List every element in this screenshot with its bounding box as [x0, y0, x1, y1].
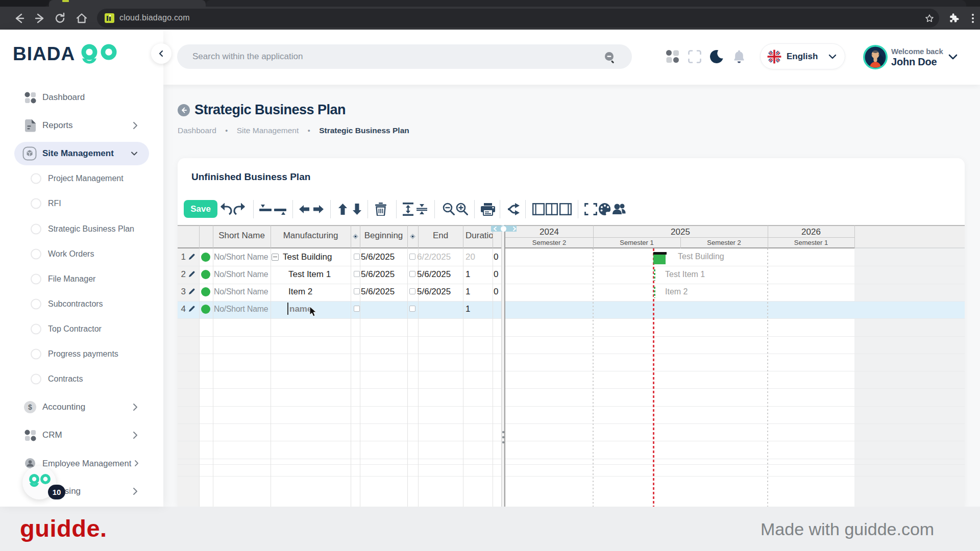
svg-text:$: $ — [28, 403, 32, 411]
